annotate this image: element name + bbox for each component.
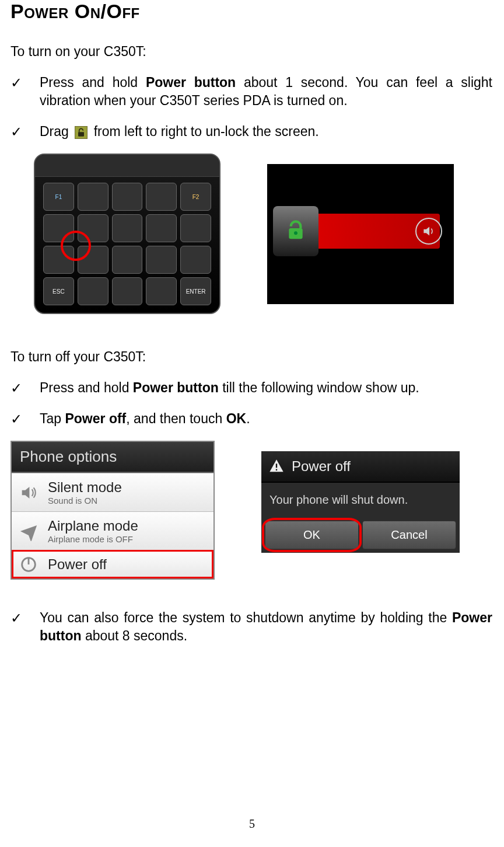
unlock-slider-figure xyxy=(267,164,454,304)
text: You can also force the system to shutdow… xyxy=(40,610,452,625)
svg-rect-6 xyxy=(276,469,277,470)
padlock-open-icon xyxy=(284,219,307,243)
turn-off-step-3: You can also force the system to shutdow… xyxy=(10,609,492,645)
text: till the following window show up. xyxy=(219,380,419,395)
turn-off-intro: To turn off your C350T: xyxy=(10,349,492,365)
power-off-confirm-dialog: Power off Your phone will shut down. OK … xyxy=(261,451,460,553)
bold-power-off: Power off xyxy=(65,411,126,426)
airplane-mode-sub: Airplane mode is OFF xyxy=(48,534,206,544)
turn-off-step-2: Tap Power off, and then touch OK. xyxy=(10,410,492,428)
turn-on-step-2: Drag from left to right to un-lock the s… xyxy=(10,123,492,141)
silent-mode-label: Silent mode xyxy=(48,479,206,496)
warning-icon xyxy=(268,458,285,475)
power-off-dialog-title: Power off xyxy=(261,451,460,483)
page-heading: Power On/Off xyxy=(10,0,492,23)
text: about 8 seconds. xyxy=(82,628,188,643)
power-icon xyxy=(19,555,38,574)
power-off-label: Power off xyxy=(48,556,206,573)
unlock-knob xyxy=(273,206,318,256)
key-f1: F1 xyxy=(43,183,74,211)
page-number: 5 xyxy=(0,817,504,831)
key-esc: ESC xyxy=(43,277,74,305)
bold-power-button: Power button xyxy=(133,380,219,395)
airplane-mode-item[interactable]: Airplane mode Airplane mode is OFF xyxy=(12,511,214,550)
speaker-icon xyxy=(19,483,38,503)
turn-on-intro: To turn on your C350T: xyxy=(10,44,492,60)
power-off-dialog-body: Your phone will shut down. xyxy=(261,483,460,517)
power-off-item[interactable]: Power off xyxy=(12,550,214,578)
speaker-icon xyxy=(415,218,442,245)
title-text: Power off xyxy=(292,458,351,474)
silent-mode-sub: Sound is ON xyxy=(48,496,206,506)
text: Drag xyxy=(40,124,72,139)
bold-power-button: Power button xyxy=(146,75,236,90)
bold-ok: OK xyxy=(226,411,247,426)
ok-button[interactable]: OK xyxy=(265,521,359,549)
svg-point-2 xyxy=(294,231,298,235)
text: . xyxy=(246,411,250,426)
text: Tap xyxy=(40,411,65,426)
key-enter: ENTER xyxy=(180,277,211,305)
svg-rect-5 xyxy=(276,464,277,468)
text: from left to right to un-lock the screen… xyxy=(94,124,319,139)
unlock-padlock-icon xyxy=(75,126,88,139)
svg-rect-0 xyxy=(78,132,84,137)
text: Press and hold xyxy=(40,75,146,90)
phone-options-title: Phone options xyxy=(12,442,214,473)
turn-on-step-1: Press and hold Power button about 1 seco… xyxy=(10,74,492,110)
text: , and then touch xyxy=(126,411,226,426)
cancel-button[interactable]: Cancel xyxy=(362,521,456,549)
phone-options-dialog: Phone options Silent mode Sound is ON Ai… xyxy=(10,441,215,580)
airplane-icon xyxy=(19,521,38,541)
device-keypad-figure: F1 F2 ESC ENTER xyxy=(34,154,220,314)
silent-mode-item[interactable]: Silent mode Sound is ON xyxy=(12,473,214,511)
text: Press and hold xyxy=(40,380,133,395)
airplane-mode-label: Airplane mode xyxy=(48,518,206,534)
turn-off-step-1: Press and hold Power button till the fol… xyxy=(10,379,492,397)
key-f2: F2 xyxy=(180,183,211,211)
